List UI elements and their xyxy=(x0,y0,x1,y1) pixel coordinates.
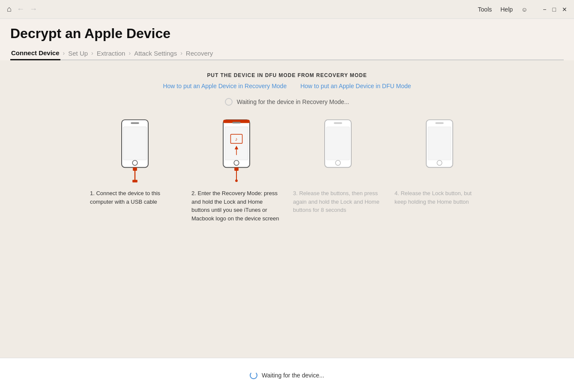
title-bar-left: ⌂ ← → xyxy=(7,5,37,14)
breadcrumb-sep-1: › xyxy=(63,50,65,56)
svg-point-17 xyxy=(235,179,238,182)
svg-rect-23 xyxy=(435,122,443,124)
breadcrumb-recovery[interactable]: Recovery xyxy=(185,47,214,59)
back-icon[interactable]: ← xyxy=(17,5,24,14)
footer-waiting-text: Waiting for the device... xyxy=(262,372,324,379)
title-bar: ⌂ ← → Tools Help ☺ − □ ✕ xyxy=(0,0,574,19)
phone-illustration-3 xyxy=(317,118,359,184)
minimize-button[interactable]: − xyxy=(543,6,546,12)
main-content: PUT THE DEVICE IN DFU MODE FROM RECOVERY… xyxy=(0,60,574,358)
step-1-desc: 1. Connect the device to this computer w… xyxy=(90,189,179,206)
footer-spinner xyxy=(250,371,257,379)
waiting-spinner xyxy=(225,98,233,106)
restore-button[interactable]: □ xyxy=(553,6,556,12)
breadcrumb-extraction[interactable]: Extraction xyxy=(96,47,126,59)
app-title: Decrypt an Apple Device xyxy=(10,26,564,42)
menu-tools[interactable]: Tools xyxy=(478,6,492,13)
svg-rect-6 xyxy=(132,180,138,182)
home-icon[interactable]: ⌂ xyxy=(7,5,12,14)
close-button[interactable]: ✕ xyxy=(562,6,567,12)
step-4-desc: 4. Release the Lock button, but keep hol… xyxy=(395,189,484,206)
forward-icon[interactable]: → xyxy=(30,5,37,14)
section-title: PUT THE DEVICE IN DFU MODE FROM RECOVERY… xyxy=(207,72,367,78)
phone-illustration-2: ♪ xyxy=(215,118,258,184)
svg-rect-9 xyxy=(232,122,240,124)
waiting-recovery-row: Waiting for the device in Recovery Mode.… xyxy=(225,98,350,106)
steps-row: 1. Connect the device to this computer w… xyxy=(90,118,484,223)
svg-rect-3 xyxy=(123,127,146,160)
step-3: 3. Release the buttons, then press again… xyxy=(293,118,383,214)
svg-rect-1 xyxy=(131,122,139,124)
menu-help[interactable]: Help xyxy=(500,6,513,13)
step-3-desc: 3. Release the buttons, then press again… xyxy=(293,189,383,214)
title-bar-right: Tools Help ☺ − □ ✕ xyxy=(478,6,567,13)
step-4: 4. Release the Lock button, but keep hol… xyxy=(395,118,484,206)
phone-illustration-4 xyxy=(418,118,461,184)
links-row: How to put an Apple Device in Recovery M… xyxy=(163,83,411,89)
window-controls: − □ ✕ xyxy=(543,6,567,12)
svg-rect-19 xyxy=(334,122,342,124)
step-2: ♪ 2. Enter the Recovery Mode: press and … xyxy=(191,118,281,223)
step-2-desc: 2. Enter the Recovery Mode: press and ho… xyxy=(191,189,281,223)
phone-illustration-1 xyxy=(114,118,156,184)
svg-rect-25 xyxy=(428,127,451,160)
breadcrumb-set-up[interactable]: Set Up xyxy=(67,47,89,59)
breadcrumb-connect-device[interactable]: Connect Device xyxy=(10,47,60,60)
app-header: Decrypt an Apple Device Connect Device ›… xyxy=(0,19,574,60)
link-recovery-mode[interactable]: How to put an Apple Device in Recovery M… xyxy=(163,83,287,89)
svg-text:♪: ♪ xyxy=(235,136,238,142)
smiley-icon[interactable]: ☺ xyxy=(521,6,527,13)
step-1: 1. Connect the device to this computer w… xyxy=(90,118,179,206)
waiting-recovery-text: Waiting for the device in Recovery Mode.… xyxy=(237,98,350,105)
svg-rect-4 xyxy=(133,167,137,171)
svg-rect-21 xyxy=(326,127,349,160)
svg-rect-15 xyxy=(234,167,239,171)
breadcrumb-attack-settings[interactable]: Attack Settings xyxy=(133,47,178,59)
breadcrumb-sep-4: › xyxy=(180,50,182,56)
breadcrumb-sep-3: › xyxy=(129,50,131,56)
breadcrumb: Connect Device › Set Up › Extraction › A… xyxy=(10,47,564,60)
footer-bar: Waiting for the device... xyxy=(0,358,574,392)
link-dfu-mode[interactable]: How to put an Apple Device in DFU Mode xyxy=(300,83,411,89)
breadcrumb-sep-2: › xyxy=(91,50,93,56)
